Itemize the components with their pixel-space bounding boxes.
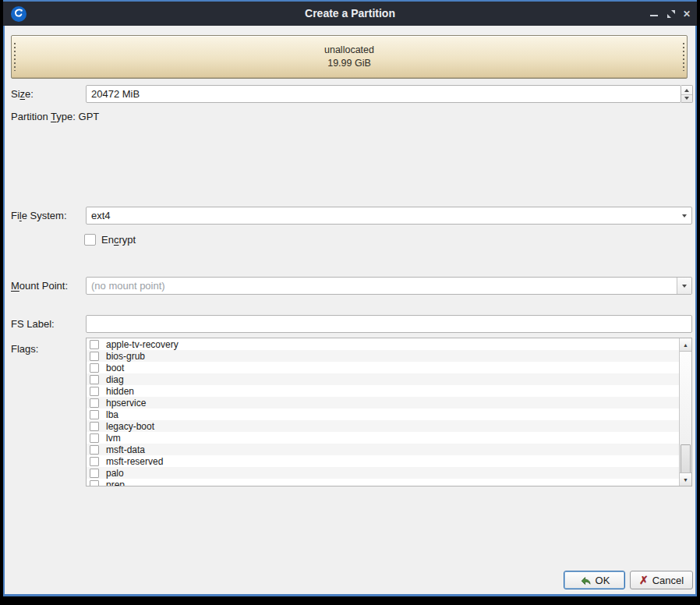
flag-checkbox[interactable] (90, 363, 99, 373)
mount-point-combobox[interactable]: (no mount point) (86, 277, 692, 295)
cancel-button[interactable]: ✗ Cancel (630, 571, 693, 589)
flag-row[interactable]: hidden (87, 385, 679, 397)
flag-row[interactable]: hpservice (87, 397, 679, 409)
window-title: Create a Partition (3, 2, 697, 26)
flag-row[interactable]: apple-tv-recovery (87, 338, 679, 350)
partition-preview: unallocated 19.99 GiB (11, 35, 688, 79)
minimize-button[interactable] (645, 2, 663, 26)
flag-label: legacy-boot (106, 421, 154, 432)
chevron-down-icon (677, 207, 691, 224)
screen: { "titlebar": { "title": "Create a Parti… (0, 0, 700, 605)
flag-row[interactable]: boot (87, 362, 679, 373)
flag-checkbox[interactable] (90, 422, 99, 431)
flag-checkbox[interactable] (90, 445, 99, 455)
encrypt-label: Encrypt (101, 234, 136, 246)
size-input[interactable] (86, 85, 681, 103)
flags-list: apple-tv-recovery bios-grub boot diag hi… (86, 338, 692, 486)
ok-arrow-icon (579, 574, 592, 586)
size-label: Size: (11, 88, 34, 100)
flag-checkbox[interactable] (90, 352, 99, 361)
flag-checkbox[interactable] (90, 387, 99, 396)
maximize-icon (666, 9, 676, 19)
flag-checkbox[interactable] (90, 375, 99, 384)
mount-point-placeholder: (no mount point) (87, 278, 677, 294)
cancel-x-icon: ✗ (639, 575, 649, 586)
flag-row[interactable]: palo (87, 467, 679, 479)
flag-label: msft-data (106, 444, 145, 455)
flag-row[interactable]: lvm (87, 432, 679, 444)
fs-label-label: FS Label: (11, 318, 55, 330)
flags-label: Flags: (11, 343, 38, 355)
scroll-down-icon: ▼ (683, 477, 688, 483)
flag-label: lvm (106, 433, 121, 444)
file-system-label: File System: (11, 210, 67, 221)
titlebar[interactable]: Create a Partition ✕ (3, 0, 697, 26)
spin-up-icon (684, 89, 689, 92)
flag-checkbox[interactable] (90, 398, 99, 408)
fs-label-input[interactable] (86, 315, 692, 333)
ok-button[interactable]: OK (564, 571, 625, 589)
spin-down-icon (684, 97, 689, 100)
partition-type-value: GPT (79, 111, 100, 122)
file-system-combobox[interactable]: ext4 (86, 207, 692, 225)
cancel-button-label: Cancel (652, 575, 684, 586)
flags-list-rows: apple-tv-recovery bios-grub boot diag hi… (87, 338, 679, 486)
flag-label: palo (106, 468, 124, 479)
encrypt-checkbox-row[interactable]: Encrypt (84, 234, 136, 246)
flag-checkbox[interactable] (90, 457, 99, 466)
flag-checkbox[interactable] (90, 469, 99, 478)
dialog-body: unallocated 19.99 GiB Size: Partition Ty… (3, 26, 697, 596)
file-system-value: ext4 (87, 207, 677, 224)
flag-row[interactable]: legacy-boot (87, 420, 679, 432)
minimize-icon (650, 15, 658, 16)
flag-label: diag (106, 374, 124, 385)
flag-row[interactable]: lba (87, 409, 679, 420)
mount-point-label: Mount Point: (11, 280, 68, 292)
flag-checkbox[interactable] (90, 433, 99, 443)
preview-partition-name: unallocated (324, 44, 374, 57)
encrypt-checkbox[interactable] (84, 234, 96, 246)
size-spinner (681, 85, 693, 103)
flag-row[interactable]: diag (87, 373, 679, 385)
flag-label: apple-tv-recovery (106, 339, 179, 350)
flag-label: msft-reserved (106, 456, 163, 467)
chevron-down-icon[interactable] (677, 278, 691, 294)
partition-type-label: Partition Type: GPT (11, 111, 99, 122)
close-button[interactable]: ✕ (678, 2, 695, 26)
flag-checkbox[interactable] (90, 340, 99, 349)
flag-row[interactable]: msft-data (87, 444, 679, 455)
preview-partition-size: 19.99 GiB (327, 57, 371, 70)
flag-checkbox[interactable] (90, 410, 99, 419)
flag-checkbox[interactable] (90, 480, 99, 486)
flag-label: bios-grub (106, 351, 145, 362)
flag-label: boot (106, 363, 124, 373)
maximize-button[interactable] (663, 2, 680, 26)
spin-down-button[interactable] (681, 94, 692, 102)
scroll-up-icon: ▲ (683, 342, 688, 348)
dialog-window: Create a Partition ✕ unallocated 19.99 G… (3, 0, 697, 596)
resize-handle-right[interactable] (682, 43, 685, 71)
flag-row[interactable]: prep (87, 479, 679, 486)
scroll-down-button[interactable]: ▼ (680, 472, 691, 486)
flag-row[interactable]: bios-grub (87, 350, 679, 362)
flags-scrollbar[interactable]: ▲ ▼ (679, 338, 691, 486)
flag-label: hpservice (106, 398, 146, 409)
flag-label: prep (106, 479, 125, 486)
scroll-up-button[interactable]: ▲ (680, 338, 691, 352)
app-logo-icon (10, 5, 27, 23)
scrollbar-thumb[interactable] (681, 444, 691, 476)
close-icon: ✕ (683, 9, 691, 19)
flag-label: lba (106, 409, 118, 420)
ok-button-label: OK (596, 575, 610, 586)
flag-row[interactable]: msft-reserved (87, 455, 679, 467)
flag-label: hidden (106, 386, 134, 397)
resize-handle-left[interactable] (13, 43, 16, 71)
